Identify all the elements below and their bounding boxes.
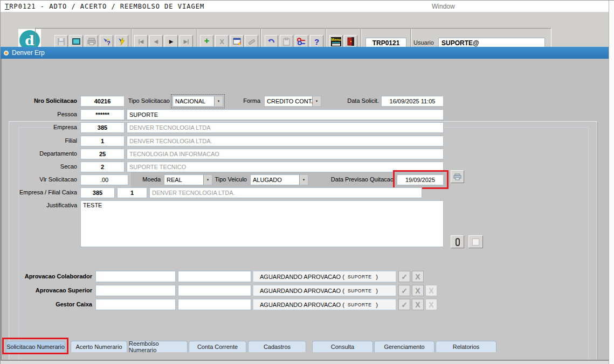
keys-button[interactable] xyxy=(295,35,308,48)
pessoa-desc-field: SUPORTE xyxy=(127,109,444,120)
tab-solicitacao-numerario[interactable]: Solicitacao Numerario xyxy=(6,341,65,352)
toolbar: d ? |◀ ◀ ▶ ▶| + X xyxy=(1,12,609,47)
reject-button[interactable]: X xyxy=(412,271,424,282)
tab-reembolso-numerario[interactable]: Reembolso Numerario xyxy=(128,341,188,352)
data-previsao-quitacao-field[interactable]: 19/09/2025 xyxy=(397,174,444,185)
edit-query-button[interactable] xyxy=(230,35,244,48)
enter-query-button[interactable]: ? xyxy=(100,35,113,48)
keys-icon xyxy=(297,38,306,45)
empresa-desc-field: DENVER TECNOLOGIA LTDA xyxy=(127,122,444,133)
paperclip-icon xyxy=(455,238,460,246)
chevron-down-icon[interactable]: ▼ xyxy=(214,96,223,106)
screen-mode-button[interactable] xyxy=(70,35,83,48)
print-button[interactable] xyxy=(85,35,98,48)
aprovacao-colaborador-user-field[interactable] xyxy=(95,271,176,282)
window-title-rest: RP0121 - ADTO / ACERTO / REEMBOLSO DE VI… xyxy=(9,3,204,10)
empresa-caixa-field[interactable]: 385 xyxy=(80,187,115,198)
chevron-down-icon[interactable]: ▼ xyxy=(299,175,308,185)
enter-query-icon: ? xyxy=(102,37,111,46)
gestor-caixa-user-field[interactable] xyxy=(95,299,176,310)
gestor-caixa-date-field[interactable] xyxy=(178,299,251,310)
departamento-field[interactable]: 25 xyxy=(80,149,125,159)
insert-record-button[interactable]: + xyxy=(200,35,213,48)
moeda-dropdown[interactable]: REAL▼ xyxy=(164,174,212,185)
last-record-icon: ▶| xyxy=(184,39,189,44)
tab-consulta[interactable]: Consulta xyxy=(312,341,373,352)
exit-button[interactable] xyxy=(344,35,357,48)
aprovacao-superior-user-field[interactable] xyxy=(95,285,176,296)
pessoa-label: Pessoa xyxy=(7,111,77,117)
tipo-veiculo-label: Tipo Veiculo xyxy=(209,176,247,183)
gestor-caixa-label: Gestor Caixa xyxy=(2,301,92,307)
reject-button[interactable]: X xyxy=(412,299,424,310)
clear-record-button[interactable] xyxy=(245,35,258,48)
data-solicit-field[interactable]: 16/09/2025 11:05 xyxy=(381,96,444,107)
tipo-solicitacao-dropdown[interactable]: NACIONAL▼ xyxy=(173,96,223,107)
menu-button[interactable]: Menu xyxy=(329,35,343,48)
print-request-button[interactable] xyxy=(451,170,464,183)
undo-button[interactable] xyxy=(265,35,278,48)
window-title: TRP0121 - ADTO / ACERTO / REEMBOLSO DE V… xyxy=(5,3,204,10)
justificativa-textarea[interactable]: TESTE xyxy=(80,200,444,247)
approve-button[interactable]: ✓ xyxy=(398,299,410,310)
tipo-solicitacao-label: Tipo Solicitacao xyxy=(109,97,170,104)
user-label: Usuario xyxy=(413,39,437,46)
cancel-approval-button[interactable]: X xyxy=(425,285,437,296)
pessoa-field[interactable]: ****** xyxy=(80,109,125,120)
clear-record-icon xyxy=(247,38,256,46)
departamento-label: Departamento xyxy=(7,150,77,157)
attachment-button[interactable] xyxy=(451,235,464,248)
aprovacao-superior-date-field[interactable] xyxy=(178,285,251,296)
application-window: TRP0121 - ADTO / ACERTO / REEMBOLSO DE V… xyxy=(0,0,614,364)
empresa-field[interactable]: 385 xyxy=(80,122,125,133)
undo-icon xyxy=(267,38,275,45)
status-bar xyxy=(1,361,609,364)
approve-button[interactable]: ✓ xyxy=(398,271,410,282)
check-icon: ✓ xyxy=(401,272,408,281)
reject-button[interactable]: X xyxy=(412,285,424,296)
tipo-veiculo-dropdown[interactable]: ALUGADO▼ xyxy=(250,174,308,185)
clipboard-button[interactable] xyxy=(280,35,293,48)
vlr-solicitacao-field[interactable]: .00 xyxy=(80,174,128,185)
save-icon xyxy=(57,38,65,46)
chevron-down-icon[interactable]: ▼ xyxy=(312,96,321,106)
delete-record-button[interactable]: X xyxy=(215,35,229,48)
inner-window-titlebar: Denver Erp xyxy=(1,47,609,59)
tab-cadastros[interactable]: Cadastros xyxy=(248,341,306,352)
secao-field[interactable]: 2 xyxy=(80,162,125,172)
justificativa-label: Justificativa xyxy=(7,202,77,208)
cancel-approval-button[interactable]: X xyxy=(425,299,437,310)
moeda-label: Moeda xyxy=(134,176,161,183)
aprovacao-colaborador-label: Aprovacao Colaborador xyxy=(2,273,92,279)
tab-conta-corrente[interactable]: Conta Corrente xyxy=(189,341,246,352)
tab-acerto-numerario[interactable]: Acerto Numerario xyxy=(71,341,127,352)
tab-relatorios[interactable]: Relatorios xyxy=(436,341,496,352)
x-icon: X xyxy=(415,300,420,309)
filial-caixa-field[interactable]: 1 xyxy=(117,187,147,198)
menu-window[interactable]: Window xyxy=(432,3,470,10)
screen-icon xyxy=(72,38,81,46)
previous-record-button[interactable]: ◀ xyxy=(149,35,163,48)
last-record-button[interactable]: ▶| xyxy=(180,35,193,48)
filial-field[interactable]: 1 xyxy=(80,136,125,146)
print-icon xyxy=(87,38,96,45)
window-titlebar: TRP0121 - ADTO / ACERTO / REEMBOLSO DE V… xyxy=(1,1,609,12)
approve-button[interactable]: ✓ xyxy=(398,285,410,296)
notes-button[interactable] xyxy=(468,235,483,248)
next-record-icon: ▶ xyxy=(169,39,173,44)
check-icon: ✓ xyxy=(401,286,408,295)
save-button[interactable] xyxy=(54,35,68,48)
next-record-button[interactable]: ▶ xyxy=(164,35,178,48)
delete-record-icon: X xyxy=(219,38,224,46)
filial-desc-field: DENVER TECNOLOGIA LTDA. xyxy=(127,136,444,146)
help-button[interactable]: ? xyxy=(310,35,323,48)
forma-label: Forma xyxy=(233,97,260,104)
first-record-button[interactable]: |◀ xyxy=(134,35,148,48)
aprovacao-colaborador-date-field[interactable] xyxy=(178,271,251,282)
x-icon: X xyxy=(429,300,433,309)
tab-gerenciamento[interactable]: Gerenciamento xyxy=(374,341,434,352)
execute-query-button[interactable] xyxy=(115,35,128,48)
forma-dropdown[interactable]: CREDITO CONTA▼ xyxy=(264,96,321,107)
edit-query-icon xyxy=(233,38,242,45)
data-previsao-quitacao-label: Data Previsao Quitacao xyxy=(325,176,394,183)
